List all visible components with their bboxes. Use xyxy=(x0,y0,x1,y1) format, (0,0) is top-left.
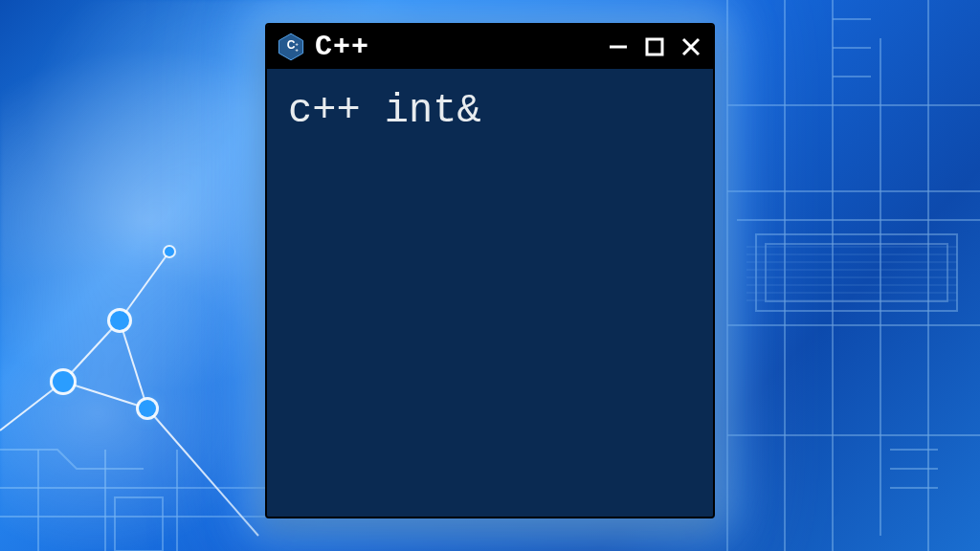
titlebar[interactable]: C + + C++ xyxy=(267,25,713,69)
maximize-button[interactable] xyxy=(642,34,667,59)
svg-rect-1 xyxy=(766,244,947,301)
svg-rect-8 xyxy=(647,39,662,55)
window-title: C++ xyxy=(315,31,369,63)
svg-rect-0 xyxy=(756,234,957,311)
svg-text:+: + xyxy=(295,47,298,53)
close-button[interactable] xyxy=(679,34,703,59)
svg-text:+: + xyxy=(295,41,298,47)
terminal-line: c++ int& xyxy=(288,88,692,134)
svg-text:C: C xyxy=(287,38,296,52)
cpp-hex-icon: C + + xyxy=(277,33,305,61)
window-controls xyxy=(606,34,703,59)
terminal-window: C + + C++ c++ int& xyxy=(265,23,715,518)
minimize-button[interactable] xyxy=(606,34,631,59)
svg-rect-2 xyxy=(115,497,163,551)
terminal-body[interactable]: c++ int& xyxy=(267,69,713,517)
